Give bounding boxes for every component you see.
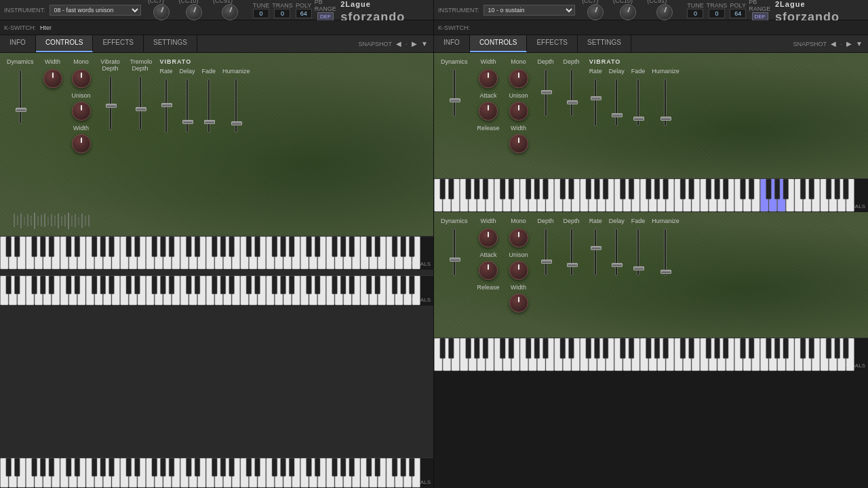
- attack-knob-right-top[interactable]: [479, 102, 498, 121]
- width2-knob-right-top[interactable]: [509, 134, 528, 153]
- mono-knob-right-bot[interactable]: [509, 228, 528, 247]
- pan-knob-left[interactable]: [186, 4, 202, 20]
- snapshot-prev-right[interactable]: ◀: [831, 40, 836, 47]
- dynamics-slider-right-top[interactable]: [453, 69, 456, 117]
- tremolo-depth-slider-left[interactable]: [139, 76, 142, 130]
- humanize-slider-left[interactable]: [235, 79, 237, 133]
- depth1-slider-right-bot[interactable]: [545, 228, 547, 276]
- pan-knob-right[interactable]: [620, 4, 636, 20]
- unison-knob-right-top[interactable]: [509, 102, 528, 121]
- width2-knob-right-bot[interactable]: [509, 293, 528, 312]
- vibrato-depth-label-left: VibratoDepth: [100, 58, 121, 72]
- mono-knob-left[interactable]: [72, 69, 91, 88]
- instrument-select-right[interactable]: 10 - o sustain: [484, 5, 576, 16]
- depth2-slider-right-top[interactable]: [570, 69, 573, 117]
- tab-effects-left[interactable]: EFFECTS: [93, 35, 144, 52]
- svg-rect-161: [66, 276, 71, 294]
- tab-settings-right[interactable]: SETTINGS: [578, 35, 631, 52]
- tab-settings-left[interactable]: SETTINGS: [144, 35, 197, 52]
- vibrato-depth-slider-left[interactable]: [109, 76, 112, 130]
- delay-slider-right-bot[interactable]: [615, 228, 618, 276]
- humanize-thumb-left[interactable]: [231, 121, 242, 125]
- snapshot-menu-right[interactable]: ▼: [856, 40, 863, 47]
- instrument-select-left[interactable]: 08 - fast words unison: [50, 5, 141, 16]
- svg-rect-11: [51, 214, 52, 226]
- width-knob-left[interactable]: [43, 69, 62, 88]
- svg-rect-421: [595, 338, 600, 359]
- attack-knob-right-bot[interactable]: [479, 261, 498, 280]
- depth1-slider-right-top[interactable]: [545, 69, 547, 117]
- snapshot-menu-left[interactable]: ▼: [421, 40, 428, 47]
- tab-controls-right[interactable]: CONTROLS: [470, 35, 528, 52]
- tab-effects-right[interactable]: EFFECTS: [527, 35, 578, 52]
- tremolo-depth-thumb-left[interactable]: [136, 107, 146, 111]
- svg-rect-99: [332, 237, 338, 257]
- send-knob-right[interactable]: [656, 4, 673, 20]
- snapshot-next-left[interactable]: ▶: [412, 40, 417, 47]
- fade-slider-right-bot[interactable]: [637, 228, 639, 276]
- rate-thumb-right-bot[interactable]: [591, 246, 601, 250]
- humanize-label-right-top: Humanize: [652, 68, 679, 75]
- vol-knob-left[interactable]: [153, 4, 170, 20]
- depth2-thumb-right-bot[interactable]: [567, 263, 578, 267]
- svg-rect-434: [749, 338, 754, 359]
- svg-rect-342: [654, 179, 660, 199]
- humanize-thumb-right-bot[interactable]: [660, 270, 671, 274]
- rate-slider-right-bot[interactable]: [594, 228, 597, 276]
- delay-thumb-right-bot[interactable]: [612, 263, 623, 267]
- unison-knob-right-bot[interactable]: [509, 261, 528, 280]
- tab-info-right[interactable]: INFO: [434, 35, 470, 52]
- fade-slider-right-top[interactable]: [637, 79, 639, 126]
- tab-controls-left[interactable]: CONTROLS: [36, 35, 94, 52]
- svg-rect-436: [774, 338, 780, 359]
- depth2-thumb-right-top[interactable]: [567, 100, 578, 104]
- svg-rect-15: [64, 215, 66, 226]
- dynamics-slider-right-bot[interactable]: [453, 228, 456, 276]
- snapshot-next-right[interactable]: ▶: [846, 40, 852, 47]
- svg-rect-438: [800, 338, 806, 359]
- svg-rect-427: [663, 338, 669, 359]
- tab-info-left[interactable]: INFO: [0, 35, 36, 52]
- svg-rect-274: [410, 458, 415, 476]
- rate-slider-left[interactable]: [165, 79, 167, 133]
- delay-thumb-right-top[interactable]: [612, 113, 623, 117]
- vibrato-depth-thumb-left[interactable]: [106, 104, 117, 108]
- humanize-thumb-right-top[interactable]: [660, 117, 671, 121]
- svg-rect-160: [49, 276, 54, 294]
- dynamics-slider-left[interactable]: [19, 70, 22, 124]
- dynamics-thumb-left[interactable]: [16, 108, 26, 112]
- rate-thumb-left[interactable]: [161, 103, 172, 107]
- dynamics-thumb-right-top[interactable]: [450, 98, 460, 102]
- fade-slider-left[interactable]: [208, 79, 210, 133]
- depth2-slider-right-bot[interactable]: [570, 228, 573, 276]
- dynamics-thumb-right-bot[interactable]: [450, 258, 460, 262]
- mono-label-right-bot: Mono: [511, 218, 526, 224]
- snapshot-prev-left[interactable]: ◀: [396, 40, 401, 47]
- svg-rect-409: [449, 338, 454, 359]
- width2-knob-left[interactable]: [72, 134, 91, 153]
- humanize-slider-right-bot[interactable]: [664, 228, 667, 276]
- rate-slider-right-top[interactable]: [594, 79, 597, 126]
- width-knob-right-top[interactable]: [479, 69, 498, 88]
- delay-thumb-left[interactable]: [182, 120, 193, 124]
- left-nav-tabs: INFO CONTROLS EFFECTS SETTINGS SNAPSHOT …: [0, 35, 433, 53]
- fade-thumb-right-top[interactable]: [633, 117, 644, 121]
- depth1-thumb-right-top[interactable]: [541, 90, 552, 94]
- svg-rect-251: [135, 458, 140, 476]
- send-knob-left[interactable]: [222, 4, 238, 20]
- poly-label-right: POLY: [730, 2, 746, 9]
- svg-rect-242: [32, 458, 37, 476]
- humanize-slider-right-top[interactable]: [664, 79, 667, 126]
- svg-rect-340: [629, 179, 634, 199]
- depth1-thumb-right-bot[interactable]: [541, 260, 552, 264]
- svg-rect-419: [569, 338, 574, 359]
- fade-thumb-right-bot[interactable]: [633, 266, 644, 270]
- width-knob-right-bot[interactable]: [479, 228, 498, 247]
- fade-thumb-left[interactable]: [204, 120, 215, 124]
- unison-knob-left[interactable]: [72, 102, 91, 121]
- delay-slider-left[interactable]: [186, 79, 189, 133]
- rate-thumb-right-top[interactable]: [591, 96, 601, 100]
- mono-knob-right-top[interactable]: [509, 69, 528, 88]
- delay-slider-right-top[interactable]: [615, 79, 618, 126]
- vol-knob-right[interactable]: [587, 4, 604, 20]
